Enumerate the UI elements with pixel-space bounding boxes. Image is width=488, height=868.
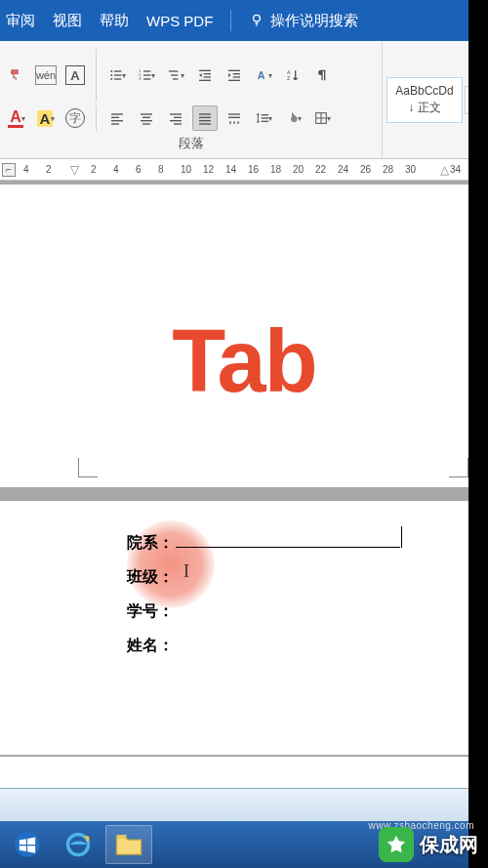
tell-me-search[interactable]: 操作说明搜索 xyxy=(249,12,358,30)
svg-point-0 xyxy=(254,15,261,21)
svg-rect-29 xyxy=(111,120,123,121)
char-border-button[interactable]: A xyxy=(62,62,88,88)
svg-rect-39 xyxy=(199,113,211,114)
svg-rect-2 xyxy=(114,70,121,71)
form-label-department: 院系： xyxy=(127,533,174,554)
svg-rect-21 xyxy=(233,73,240,74)
taskbar-ie-button[interactable] xyxy=(55,825,102,864)
svg-rect-38 xyxy=(174,123,182,124)
svg-rect-6 xyxy=(114,78,121,79)
form-label-student-id: 学号： xyxy=(127,601,174,622)
svg-rect-8 xyxy=(143,70,150,71)
svg-rect-15 xyxy=(173,78,178,79)
svg-point-3 xyxy=(110,74,112,76)
format-painter-icon[interactable] xyxy=(4,62,29,88)
svg-rect-33 xyxy=(141,120,152,121)
menu-wps-pdf[interactable]: WPS PDF xyxy=(146,13,213,29)
crop-mark-icon xyxy=(78,458,98,477)
svg-rect-35 xyxy=(170,113,182,114)
font-color-button[interactable]: A▾ xyxy=(4,105,29,131)
align-justify-button[interactable] xyxy=(192,105,218,131)
svg-rect-47 xyxy=(262,121,268,122)
pinyin-guide-button[interactable]: wén xyxy=(33,62,59,88)
watermark-badge-icon xyxy=(379,827,414,862)
svg-rect-28 xyxy=(111,117,119,118)
tab-selector[interactable]: ⌐ xyxy=(2,163,16,177)
svg-rect-30 xyxy=(111,123,119,124)
decrease-indent-button[interactable] xyxy=(192,62,218,88)
numbering-button[interactable]: 123▾ xyxy=(134,62,159,88)
svg-rect-23 xyxy=(228,80,240,81)
multilevel-list-button[interactable]: ▾ xyxy=(163,62,188,88)
svg-rect-36 xyxy=(174,117,182,118)
svg-point-5 xyxy=(110,78,112,80)
ie-icon xyxy=(64,831,92,858)
right-indent-marker-icon[interactable]: △ xyxy=(440,163,449,177)
svg-rect-31 xyxy=(141,113,152,114)
folder-icon xyxy=(114,832,143,857)
text-effects-button[interactable]: A▾ xyxy=(251,62,276,88)
bullets-button[interactable]: ▾ xyxy=(104,62,130,88)
watermark: 保成网 xyxy=(379,827,478,862)
group-divider xyxy=(96,105,97,131)
show-marks-button[interactable] xyxy=(309,62,335,88)
sort-button[interactable]: AZ xyxy=(280,62,305,88)
highlight-button[interactable]: A▾ xyxy=(33,105,59,131)
underline-field[interactable] xyxy=(176,530,400,548)
horizontal-ruler[interactable]: ⌐ 422468101214161820222426283034 ▽ △ xyxy=(0,159,488,181)
svg-rect-34 xyxy=(142,123,150,124)
svg-rect-45 xyxy=(262,114,268,115)
document-page-2[interactable]: I 院系： 班级： 学号： 姓名： xyxy=(0,501,488,755)
menu-review[interactable]: 审阅 xyxy=(6,12,35,30)
svg-text:Z: Z xyxy=(287,75,291,81)
svg-rect-53 xyxy=(117,835,127,839)
style-label-text: ↓ 正文 xyxy=(395,100,454,116)
lightbulb-icon xyxy=(249,12,264,30)
form-label-class: 班级： xyxy=(127,567,174,588)
menu-view[interactable]: 视图 xyxy=(53,12,82,30)
windows-logo-icon xyxy=(14,831,41,858)
svg-rect-17 xyxy=(204,73,211,74)
svg-rect-18 xyxy=(204,76,211,77)
start-button[interactable] xyxy=(4,825,51,864)
align-left-button[interactable] xyxy=(104,105,130,131)
svg-text:3: 3 xyxy=(139,76,142,81)
svg-rect-46 xyxy=(262,117,268,118)
menu-bar: 审阅 视图 帮助 WPS PDF 操作说明搜索 xyxy=(0,0,488,41)
svg-rect-4 xyxy=(114,74,121,75)
svg-rect-41 xyxy=(199,120,211,121)
right-black-strip xyxy=(468,0,488,868)
indent-marker-icon[interactable]: ▽ xyxy=(70,163,79,177)
menu-help[interactable]: 帮助 xyxy=(100,12,129,30)
svg-rect-12 xyxy=(143,78,150,79)
borders-button[interactable]: ▾ xyxy=(309,105,335,131)
ribbon: wén A ▾ 123▾ ▾ A▾ AZ A▾ A▾ 字 ▾ ▾ ▾ 段落 xyxy=(0,41,488,159)
svg-rect-40 xyxy=(199,117,211,118)
document-area: Tab I 院系： 班级： 学号： 姓名： xyxy=(0,181,488,757)
svg-rect-42 xyxy=(199,123,211,124)
enclose-char-button[interactable]: 字 xyxy=(62,105,88,131)
crop-mark-icon xyxy=(449,458,468,477)
svg-rect-13 xyxy=(169,70,178,71)
search-placeholder-text: 操作说明搜索 xyxy=(270,12,358,30)
svg-rect-22 xyxy=(233,76,240,77)
group-divider xyxy=(96,49,97,102)
svg-rect-10 xyxy=(143,74,150,75)
document-form[interactable]: 院系： 班级： 学号： 姓名： xyxy=(0,501,488,656)
increase-indent-button[interactable] xyxy=(222,62,247,88)
document-page-1[interactable]: Tab xyxy=(0,185,488,487)
shading-button[interactable]: ▾ xyxy=(280,105,305,131)
svg-rect-44 xyxy=(228,117,240,118)
svg-rect-32 xyxy=(142,117,150,118)
svg-text:A: A xyxy=(258,69,265,81)
svg-rect-14 xyxy=(171,74,178,75)
distribute-button[interactable] xyxy=(222,105,247,131)
style-preview-text: AaBbCcDd xyxy=(395,84,454,98)
style-normal[interactable]: AaBbCcDd ↓ 正文 xyxy=(386,77,463,123)
svg-rect-37 xyxy=(170,120,182,121)
overlay-label: Tab xyxy=(0,185,488,412)
line-spacing-button[interactable]: ▾ xyxy=(251,105,276,131)
align-center-button[interactable] xyxy=(134,105,159,131)
taskbar-explorer-button[interactable] xyxy=(105,825,152,864)
align-right-button[interactable] xyxy=(163,105,188,131)
